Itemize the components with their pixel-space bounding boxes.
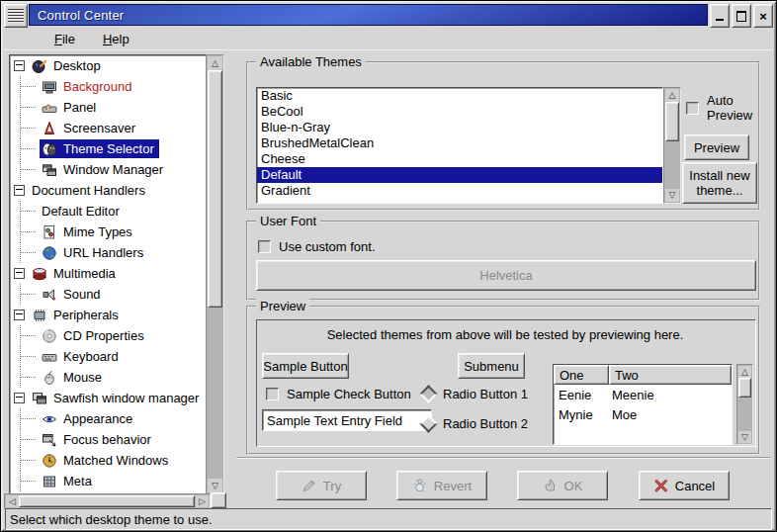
tree-vscrollbar-thumb[interactable] — [208, 70, 222, 308]
table-row[interactable]: MynieMoe — [554, 404, 732, 424]
theme-item-default[interactable]: Default — [257, 167, 662, 183]
tree-item-sawfish-window-manager[interactable]: Sawfish window manager — [10, 388, 206, 408]
tree-branch-line — [14, 471, 40, 491]
sawfish-icon — [32, 391, 48, 406]
ok-button[interactable]: OK — [517, 471, 608, 500]
tree-item-window-manager[interactable]: Window Manager — [10, 159, 206, 180]
menu-help[interactable]: Help — [96, 30, 136, 48]
window-menu-icon[interactable] — [4, 4, 28, 28]
tree-branch-line — [14, 138, 40, 159]
table-vscrollbar-thumb[interactable] — [738, 378, 751, 398]
tree-item-sound[interactable]: Sound — [10, 284, 206, 305]
scroll-up-icon[interactable]: △ — [738, 366, 751, 378]
tree-item-appearance[interactable]: Appearance — [10, 408, 206, 429]
background-icon — [42, 79, 58, 95]
cancel-button[interactable]: Cancel — [639, 471, 730, 500]
tree-item-mime-types[interactable]: Mime Types — [10, 222, 206, 242]
mouse-icon — [42, 370, 58, 386]
tree-item-default-editor[interactable]: Default Editor — [10, 201, 206, 222]
theme-list-thumb[interactable] — [665, 102, 679, 141]
submenu-button[interactable]: Submenu — [458, 353, 525, 379]
tree-item-document-handlers[interactable]: Document Handlers — [10, 180, 206, 201]
tree-hscrollbar-thumb[interactable] — [19, 495, 195, 507]
tree-item-background[interactable]: Background — [10, 76, 206, 97]
separator — [236, 457, 770, 459]
expander-minus-icon[interactable] — [14, 60, 25, 71]
tree-branch-line — [14, 76, 40, 97]
tree-item-label: Keyboard — [63, 349, 119, 364]
tree-branch-line — [14, 346, 40, 367]
use-custom-font-checkbox[interactable]: Use custom font. — [258, 239, 376, 254]
tree-item-multimedia[interactable]: Multimedia — [10, 263, 206, 284]
sample-check-button[interactable]: Sample Check Button — [266, 387, 411, 401]
tree-item-theme-selector[interactable]: Theme Selector — [10, 138, 206, 159]
scroll-up-icon[interactable]: △ — [208, 56, 222, 70]
focus-icon — [42, 432, 58, 448]
revert-button[interactable]: Revert — [396, 471, 487, 500]
tree-item-label: URL Handlers — [63, 245, 143, 260]
desktop-icon — [32, 58, 48, 74]
font-picker-button[interactable]: Helvetica — [256, 260, 756, 291]
sample-text-entry[interactable] — [262, 409, 432, 431]
column-header-one[interactable]: One — [554, 365, 609, 385]
expander-minus-icon[interactable] — [14, 268, 25, 279]
maximize-icon[interactable] — [732, 4, 751, 28]
expander-minus-icon[interactable] — [14, 393, 25, 403]
scroll-down-icon[interactable]: ▽ — [208, 479, 222, 492]
install-new-theme-button[interactable]: Install new theme... — [682, 162, 757, 204]
tree-item-panel[interactable]: Panel — [10, 97, 206, 118]
tree-item-meta[interactable]: Meta — [10, 471, 206, 491]
preview-button[interactable]: Preview — [684, 134, 749, 160]
auto-preview-checkbox[interactable]: Auto Preview — [686, 93, 755, 123]
tree-item-label: Focus behavior — [63, 432, 151, 447]
scroll-right-icon[interactable]: ▷ — [196, 495, 209, 507]
theme-item-blue-n-gray[interactable]: Blue-n-Gray — [257, 120, 662, 135]
try-button[interactable]: Try — [276, 471, 367, 500]
theme-item-basic[interactable]: Basic — [257, 88, 662, 104]
expander-minus-icon[interactable] — [14, 310, 25, 320]
scroll-left-icon[interactable]: ◁ — [6, 495, 19, 507]
tree-item-desktop[interactable]: Desktop — [10, 55, 206, 76]
tree-item-matched-windows[interactable]: Matched Windows — [10, 450, 206, 471]
column-header-two[interactable]: Two — [609, 365, 732, 385]
theme-item-brushedmetalclean[interactable]: BrushedMetalClean — [257, 135, 662, 151]
scroll-down-icon[interactable]: ▽ — [665, 189, 679, 202]
theme-list-vscrollbar[interactable]: △ ▽ — [663, 87, 681, 204]
tree-item-keyboard[interactable]: Keyboard — [10, 346, 206, 367]
tree-item-mouse[interactable]: Mouse — [10, 367, 206, 388]
titlebar-gradient[interactable]: Control Center — [29, 4, 708, 26]
checkbox-icon[interactable] — [258, 240, 271, 253]
scroll-up-icon[interactable]: △ — [665, 89, 679, 102]
theme-item-becool[interactable]: BeCool — [257, 104, 662, 120]
tree-item-url-handlers[interactable]: URL Handlers — [10, 242, 206, 263]
radio-icon[interactable] — [419, 414, 437, 432]
tree-item-label: Appearance — [63, 411, 132, 426]
tree-item-cd-properties[interactable]: CD Properties — [10, 325, 206, 346]
panel-icon — [42, 100, 58, 116]
scroll-down-icon[interactable]: ▽ — [738, 431, 751, 443]
theme-item-cheese[interactable]: Cheese — [257, 151, 662, 167]
table-vscrollbar[interactable]: △ ▽ — [736, 364, 753, 445]
checkbox-icon[interactable] — [266, 388, 279, 400]
screensaver-icon — [42, 121, 58, 136]
close-icon[interactable]: × — [753, 4, 773, 28]
theme-item-gradient[interactable]: Gradient — [257, 183, 662, 199]
minimize-icon[interactable] — [710, 4, 730, 28]
preview-group: Preview Selected themes from above will … — [246, 306, 760, 455]
radio-button-2[interactable]: Radio Button 2 — [422, 416, 528, 431]
tree-item-screensaver[interactable]: Screensaver — [10, 118, 206, 138]
tree-branch-line — [14, 242, 40, 263]
tree-hscrollbar[interactable]: ◁ ▷ — [4, 493, 211, 509]
theme-list[interactable]: BasicBeCoolBlue-n-GrayBrushedMetalCleanC… — [256, 87, 663, 204]
radio-icon[interactable] — [419, 385, 437, 402]
tree-item-focus-behavior[interactable]: Focus behavior — [10, 429, 206, 450]
tree-item-peripherals[interactable]: Peripherals — [10, 305, 206, 325]
table-row[interactable]: EenieMeenie — [554, 385, 732, 404]
expander-minus-icon[interactable] — [14, 185, 25, 196]
radio-button-1[interactable]: Radio Button 1 — [422, 387, 528, 401]
sample-button[interactable]: Sample Button — [262, 353, 349, 379]
checkbox-icon[interactable] — [686, 102, 699, 115]
menu-file[interactable]: File — [47, 30, 82, 48]
ok-icon — [543, 478, 559, 493]
tree-vscrollbar[interactable]: △ ▽ — [206, 54, 224, 494]
